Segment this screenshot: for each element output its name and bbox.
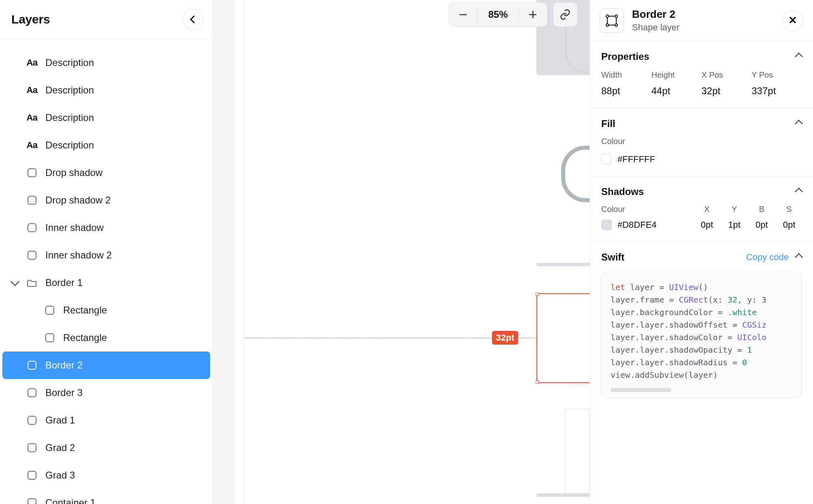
minus-icon	[459, 10, 468, 19]
fill-colour-label: Colour	[601, 137, 802, 146]
layer-item[interactable]: Drop shadow 2	[0, 186, 213, 214]
value-width[interactable]: 88pt	[601, 85, 651, 97]
svg-point-4	[606, 15, 609, 17]
layer-item[interactable]: Container 1	[0, 489, 213, 504]
chevron-up-icon	[795, 120, 803, 128]
shape-layer-icon	[600, 8, 624, 33]
offscreen-card-2	[565, 409, 590, 493]
layer-item[interactable]: Grad 2	[0, 434, 213, 462]
inspector-title-block: Border 2 Shape layer	[632, 8, 679, 33]
layer-item[interactable]: Border 2	[2, 352, 210, 379]
sidebar-header: Layers	[0, 0, 213, 39]
artboard-divider-2	[536, 493, 590, 497]
layer-item[interactable]: AaDescription	[0, 76, 213, 104]
fill-colour-swatch[interactable]	[601, 154, 612, 165]
offscreen-shapes	[561, 0, 590, 182]
folder-icon	[27, 277, 37, 288]
chevron-up-icon	[795, 53, 803, 61]
svg-rect-0	[460, 14, 467, 15]
disclosure-toggle[interactable]	[9, 281, 21, 285]
chevron-down-icon	[11, 277, 20, 286]
label-width: Width	[601, 70, 651, 80]
zoom-control: 85%	[449, 2, 547, 27]
shadow-s-label: S	[777, 205, 802, 214]
layer-label: Drop shadow 2	[45, 195, 111, 206]
shadow-b-value[interactable]: 0pt	[749, 220, 774, 230]
svg-point-5	[615, 15, 617, 17]
fill-colour-hex[interactable]: #FFFFFF	[617, 154, 655, 165]
inspector-layer-kind: Shape layer	[632, 22, 679, 33]
zoom-in-button[interactable]	[519, 2, 547, 27]
layer-label: Description	[45, 85, 94, 96]
value-height[interactable]: 44pt	[651, 85, 702, 97]
shadow-x-value[interactable]: 0pt	[694, 220, 719, 230]
section-title-fill: Fill	[601, 118, 615, 129]
value-xpos[interactable]: 32pt	[702, 85, 752, 97]
layer-item[interactable]: Grad 1	[0, 407, 213, 434]
selected-layer-outline[interactable]	[536, 293, 590, 383]
sidebar-title: Layers	[11, 13, 50, 26]
section-title-shadows: Shadows	[601, 186, 644, 197]
section-shadows: Shadows Colour #D8DFE4 X 0pt Y 1pt	[590, 176, 813, 241]
collapse-swift-button[interactable]	[796, 253, 802, 262]
layer-label: Description	[45, 112, 94, 123]
value-ypos[interactable]: 337pt	[751, 85, 802, 97]
canvas[interactable]: 32pt 85%	[213, 0, 590, 504]
layer-label: Border 3	[45, 387, 83, 398]
shadow-x-label: X	[694, 205, 719, 214]
shadow-colour-swatch[interactable]	[601, 220, 612, 230]
section-title-swift: Swift	[601, 252, 624, 263]
collapse-properties-button[interactable]	[796, 52, 802, 61]
label-ypos: Y Pos	[751, 70, 802, 80]
section-properties: Properties Width 88pt Height 44pt X Pos …	[590, 41, 813, 108]
resize-handle-bl[interactable]	[536, 381, 539, 384]
layer-item[interactable]: AaDescription	[0, 131, 213, 159]
zoom-percentage[interactable]: 85%	[478, 9, 518, 20]
shape-layer-icon	[45, 305, 55, 316]
shape-layer-icon	[27, 470, 37, 481]
layer-item[interactable]: AaDescription	[0, 104, 213, 131]
layers-sidebar: Layers AaDescriptionAaDescriptionAaDescr…	[0, 0, 213, 504]
layer-label: Container 1	[45, 497, 96, 504]
section-fill: Fill Colour #FFFFFF	[590, 108, 813, 176]
layer-item[interactable]: Rectangle	[0, 324, 213, 352]
layer-item[interactable]: Border 3	[0, 379, 213, 407]
shape-layer-icon	[27, 443, 37, 453]
shape-layer-icon	[27, 167, 37, 178]
swift-code-preview[interactable]: let layer = UIView() layer.frame = CGRec…	[601, 272, 802, 398]
resize-handle-tl[interactable]	[536, 292, 539, 296]
zoom-toolbar: 85%	[449, 2, 577, 27]
layer-item[interactable]: Grad 3	[0, 462, 213, 489]
layer-label: Inner shadow 2	[45, 250, 112, 261]
layer-label: Inner shadow	[45, 222, 104, 233]
section-swift: Swift Copy code let layer = UIView() lay…	[590, 241, 813, 409]
link-icon	[560, 9, 571, 20]
svg-point-7	[615, 24, 617, 26]
layer-item[interactable]: Inner shadow 2	[0, 241, 213, 269]
collapse-shadows-button[interactable]	[796, 187, 802, 196]
horizontal-scrollbar[interactable]	[611, 388, 671, 392]
shape-layer-icon	[27, 195, 37, 205]
layer-item[interactable]: Drop shadow	[0, 159, 213, 186]
close-inspector-button[interactable]	[782, 10, 803, 31]
collapse-fill-button[interactable]	[796, 119, 802, 128]
gutter-gap	[235, 0, 244, 504]
chevron-up-icon	[795, 188, 803, 196]
text-layer-icon: Aa	[27, 85, 37, 95]
shape-layer-icon	[27, 250, 37, 260]
layer-list: AaDescriptionAaDescriptionAaDescriptionA…	[0, 39, 213, 504]
collapse-sidebar-button[interactable]	[183, 9, 204, 30]
shadow-y-value[interactable]: 1pt	[722, 220, 747, 230]
layer-item[interactable]: Rectangle	[0, 296, 213, 324]
layer-item[interactable]: Inner shadow	[0, 214, 213, 241]
artboard-divider-1	[536, 263, 590, 266]
layer-item[interactable]: Border 1	[0, 269, 213, 296]
shadow-colour-hex[interactable]: #D8DFE4	[617, 220, 657, 230]
layer-label: Description	[45, 57, 94, 68]
zoom-out-button[interactable]	[449, 2, 477, 27]
layer-item[interactable]: AaDescription	[0, 49, 213, 76]
share-link-button[interactable]	[553, 2, 577, 27]
copy-code-button[interactable]: Copy code	[746, 252, 789, 263]
shadow-s-value[interactable]: 0pt	[777, 220, 802, 230]
layer-label: Description	[45, 140, 94, 151]
